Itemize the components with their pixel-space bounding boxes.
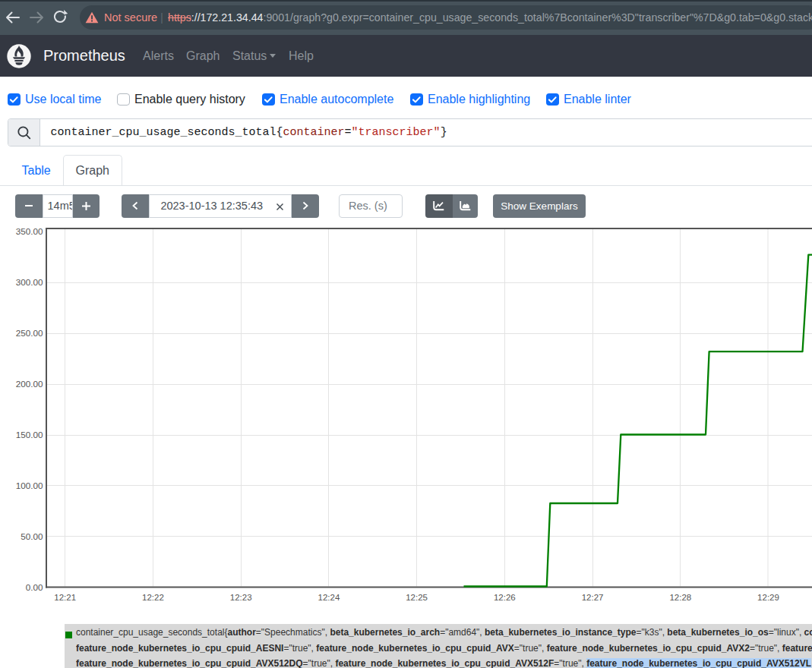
svg-text:250.00: 250.00 [16, 328, 43, 338]
svg-text:12:29: 12:29 [757, 593, 779, 602]
svg-text:12:24: 12:24 [318, 593, 340, 602]
svg-text:12:25: 12:25 [406, 593, 428, 602]
svg-text:12:27: 12:27 [582, 593, 604, 602]
svg-text:200.00: 200.00 [16, 379, 43, 389]
svg-text:350.00: 350.00 [16, 226, 43, 236]
svg-text:0.00: 0.00 [26, 582, 43, 592]
svg-text:12:21: 12:21 [54, 593, 76, 602]
svg-text:12:26: 12:26 [494, 593, 516, 602]
svg-text:50.00: 50.00 [21, 531, 43, 541]
svg-text:12:28: 12:28 [669, 593, 691, 602]
svg-text:300.00: 300.00 [16, 277, 43, 287]
svg-text:100.00: 100.00 [16, 481, 43, 490]
svg-text:150.00: 150.00 [16, 430, 43, 440]
svg-text:12:23: 12:23 [230, 593, 252, 602]
svg-text:12:22: 12:22 [142, 593, 164, 602]
